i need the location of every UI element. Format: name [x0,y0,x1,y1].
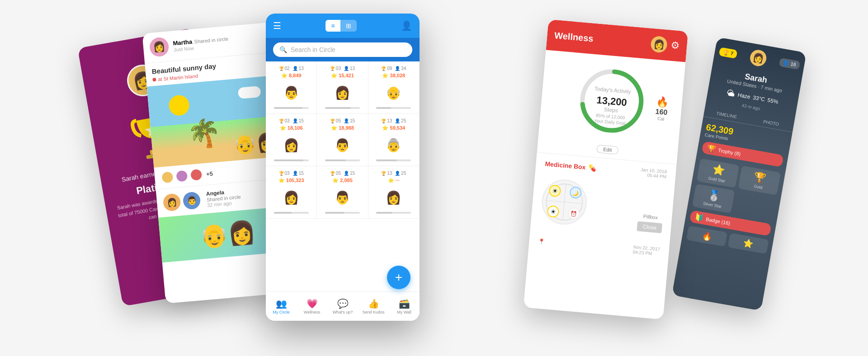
followers-stat: 👤 13 [292,66,304,71]
rank-stat: 🏆 13 [381,118,392,123]
trophy-badge-icon: 🏆 [706,144,717,154]
svg-text:☀: ☀ [550,208,556,215]
circle-member-cell[interactable]: 🏆 13 👤 25 ⭐ ··· 👩 [368,166,420,219]
weather-cloud-icon: 🌥 [726,88,736,99]
member-points: ⭐ 38,028 [382,73,405,79]
app-scene: 👩 Sarah earned a new trophy Platinum S S… [0,0,868,356]
member-points: ⭐ 18,988 [331,125,354,131]
progress-fill [376,212,392,214]
badge-badge-icon: 🔰 [694,213,704,223]
nav-icon: 💗 [307,298,318,309]
feed-header-text: Martha Shared in circle Just Now [173,34,229,53]
circle-grid: 🏆 02 👤 13 ⭐ 8,849 👨 🏆 03 [266,61,420,219]
nav-item-my-circle[interactable]: 👥 My Circle [266,295,297,317]
person-icon: 👤 [783,60,790,66]
cell-stats-row: 🏆 03 👤 15 [269,118,313,123]
circle-member-cell[interactable]: 🏆 03 👤 13 ⭐ 15,421 👩 [317,61,368,114]
pillbox-circle: ☀ 🌙 ☀ ⏰ [540,178,589,226]
circle-member-cell[interactable]: 🏆 05 👤 15 ⭐ 18,988 👨 [317,114,368,166]
nav-item-wellness[interactable]: 💗 Wellness [297,295,327,317]
activity-progress-svg: Today's Activity 13,200 Steps 85% of 12,… [573,62,651,140]
circle-member-cell[interactable]: 🏆 03 👤 15 ⭐ 105,323 👩 [266,166,317,219]
rank-stat: 🏆 03 [279,118,290,123]
close-button[interactable]: Close [637,221,662,234]
member-points: ⭐ 18,106 [280,125,303,131]
nav-icon: 💬 [337,298,349,309]
member-avatar-cell: 👴 [381,80,406,105]
person-icon-cell: 👤 [344,171,349,176]
cloud-icon [238,86,261,99]
progress-fill [376,159,397,161]
sun-icon [168,94,190,117]
progress-bar [274,212,309,214]
svg-text:13,200: 13,200 [596,94,627,108]
rank-stat: 🏆 02 [279,66,290,71]
wellness-card: Wellness 👩 ⚙ Today's Activity 13,200 Ste… [524,19,689,320]
member-points: ⭐ 2,085 [332,178,353,183]
silver-trophy-label: Silver Star [703,201,722,209]
trophy-icon: 🏆 [722,49,730,56]
palm-tree-icon: 🌴 [186,116,222,151]
member-points: ⭐ 105,323 [278,178,304,183]
add-button[interactable]: + [387,266,410,289]
circle-member-cell[interactable]: 🏆 05 👤 15 ⭐ 2,085 👨 [317,166,368,219]
star-icon-cell: ⭐ [331,125,337,131]
progress-fill [274,212,292,214]
location-icon: 📍 [538,238,545,245]
progress-bar [325,107,360,109]
followers-stat: 👤 15 [292,171,304,176]
list-view-button[interactable]: ≡ [326,20,340,32]
person-icon-cell: 👤 [344,118,349,123]
followers-stat: 👤 15 [344,118,355,123]
person-icon-cell: 👤 [395,66,400,71]
trophy-silver: 🥈 Silver Star [692,184,735,213]
member-avatar-cell: 👩 [278,132,304,158]
circle-list-card: ☰ ≡ ⊞ 👤 🔍 Search in Circle 🏆 02 [266,14,420,321]
view-toggle[interactable]: ≡ ⊞ [326,20,356,32]
follow-count-badge: 👤 16 [779,57,801,70]
search-icon: 🔍 [279,46,287,53]
progress-bar [274,159,309,161]
rank-value: 03 [285,118,290,123]
progress-bar [376,107,411,109]
stats-card-content: 🏆 7 👩 👤 16 Sarah United States · 7 min a… [681,37,807,258]
nav-item-send-kudos[interactable]: 👍 Send Kudos [358,295,389,317]
nav-item-my-wall[interactable]: 🗃️ My Wall [389,295,420,317]
star-icon-cell: ⭐ [280,125,286,131]
followers-stat: 👤 25 [395,171,406,176]
star-icon-cell: ⭐ [382,125,388,131]
progress-fill [325,212,344,214]
grid-view-button[interactable]: ⊞ [340,20,357,32]
circle-member-cell[interactable]: 🏆 02 👤 13 ⭐ 8,849 👨 [266,61,317,114]
member-avatar-cell: 👨 [330,185,355,210]
hamburger-icon[interactable]: ☰ [273,20,281,31]
circle-member-cell[interactable]: 🏆 09 👤 34 ⭐ 38,028 👴 [368,61,420,114]
rank-value: 02 [285,66,290,71]
bottom-nav: 👥 My Circle 💗 Wellness 💬 What's up? 👍 Se… [266,291,420,321]
nav-icon: 👍 [368,298,379,309]
member-avatar-cell: 👩 [381,185,406,210]
followers-value: 15 [299,118,304,123]
followers-value: 15 [350,171,355,176]
nav-item-what's-up?[interactable]: 💬 What's up? [327,295,358,317]
svg-text:🌙: 🌙 [572,189,579,197]
medicine-date: Jan 10, 2018 05:44 PM [640,167,667,179]
circle-member-cell[interactable]: 🏆 13 👤 25 ⭐ 59,534 👵 [368,114,420,166]
footer-location: 📍 [538,236,546,247]
member-avatar-cell: 👨 [330,132,355,158]
star-icon-cell: ⭐ [331,73,337,78]
calories-label: Cal [657,116,665,122]
circle-member-cell[interactable]: 🏆 03 👤 15 ⭐ 18,106 👩 [266,114,317,166]
star-icon-cell: ⭐ [388,178,394,183]
profile-icon-button[interactable]: 👤 [401,20,412,31]
rank-stat: 🏆 05 [330,118,341,123]
cell-stats-row: 🏆 09 👤 34 [372,66,415,71]
person-icon-cell: 👤 [292,171,298,176]
followers-value: 15 [350,118,355,123]
nav-label: My Wall [397,310,411,314]
search-bar-inner[interactable]: 🔍 Search in Circle [273,42,412,57]
settings-icon[interactable]: ⚙ [670,40,680,52]
member-points: ⭐ 15,421 [331,73,354,79]
nav-label: Send Kudos [362,310,384,314]
cell-stats-row: 🏆 13 👤 25 [372,118,415,123]
